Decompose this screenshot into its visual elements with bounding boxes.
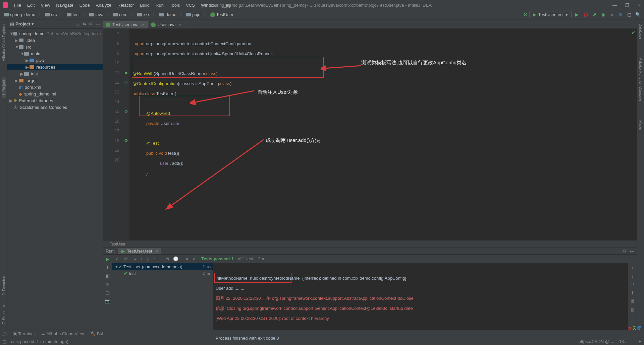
search-everywhere-icon[interactable]: 🔍 bbox=[635, 11, 641, 18]
crumb-testuser[interactable]: TestUser bbox=[209, 12, 235, 17]
rerun-button[interactable]: ▶ bbox=[106, 257, 109, 262]
crumb-src[interactable]: src bbox=[44, 12, 58, 17]
prev-icon[interactable]: ↑ bbox=[153, 256, 155, 261]
soft-wrap-icon[interactable]: ⤶ bbox=[631, 282, 634, 287]
tree-row[interactable]: ⦿Scratches and Consoles bbox=[7, 104, 103, 111]
run-line-marker-icon[interactable]: ⟳ bbox=[123, 77, 129, 87]
settings-gear-icon[interactable]: ⚙ bbox=[622, 249, 626, 254]
run-line-marker-icon[interactable]: ⟳ bbox=[123, 136, 129, 145]
tab-ali-function[interactable]: Alibaba Function Compute bbox=[639, 55, 643, 104]
settings-gear-icon[interactable]: ⚙ bbox=[89, 21, 93, 26]
run-tab[interactable]: ▶ TestUser.test × bbox=[118, 248, 161, 254]
pin-icon[interactable]: ◧ bbox=[106, 273, 110, 278]
tab-terminal[interactable]: ▣ Terminal bbox=[13, 331, 35, 336]
expand-all-icon[interactable]: ↕ bbox=[141, 256, 143, 261]
test-row[interactable]: ✔test2 ms bbox=[112, 270, 213, 277]
stop-button[interactable]: ■ bbox=[106, 282, 109, 287]
menu-code[interactable]: Code bbox=[77, 2, 93, 8]
camera-icon[interactable]: 📷 bbox=[105, 298, 110, 303]
run-line-marker-icon[interactable]: ▶ bbox=[123, 68, 129, 77]
history-icon[interactable]: 🕓 bbox=[173, 256, 178, 261]
stop-button[interactable]: ■ bbox=[608, 11, 615, 18]
menu-refactor[interactable]: Refactor bbox=[115, 2, 137, 8]
scroll-end-icon[interactable]: ⤓ bbox=[631, 290, 634, 295]
export-icon[interactable]: ✉ bbox=[165, 256, 169, 261]
crumb-pojo[interactable]: pojo bbox=[185, 12, 202, 17]
tool-window-quick-access-icon[interactable]: ▢ bbox=[3, 331, 7, 336]
editor-tab[interactable]: User.java× bbox=[148, 21, 185, 28]
menu-tools[interactable]: Tools bbox=[167, 2, 182, 8]
menu-file[interactable]: File bbox=[11, 2, 24, 8]
crumb-java[interactable]: java bbox=[88, 12, 105, 17]
update-button[interactable]: ⟳ bbox=[617, 11, 624, 18]
menu-build[interactable]: Build bbox=[137, 2, 152, 8]
crumb-test[interactable]: test bbox=[65, 12, 81, 17]
profile-button[interactable]: ◉ bbox=[600, 11, 606, 18]
menu-edit[interactable]: Edit bbox=[24, 2, 37, 8]
run-line-marker-icon[interactable]: ⟳ bbox=[123, 107, 129, 116]
hide-icon[interactable]: — bbox=[96, 21, 100, 26]
show-ignored-icon[interactable]: ⊘ bbox=[124, 256, 128, 261]
collapse-all-icon[interactable]: ↨ bbox=[147, 256, 149, 261]
menu-vcs[interactable]: VCS bbox=[183, 2, 198, 8]
test-tree[interactable]: ▼✔TestUser (com.xxx.demo.pojo)2 ms✔test2… bbox=[112, 263, 213, 345]
debug-button[interactable]: 🐞 bbox=[582, 11, 589, 18]
tree-row[interactable]: ▶test bbox=[7, 70, 103, 77]
clear-icon[interactable]: 🗑 bbox=[630, 307, 635, 312]
tree-row[interactable]: ▶target bbox=[7, 77, 103, 84]
test-row[interactable]: ▼✔TestUser (com.xxx.demo.pojo)2 ms bbox=[112, 263, 213, 270]
crumb-demo[interactable]: demo bbox=[158, 12, 178, 17]
scroll-from-source-icon[interactable]: ⊙ bbox=[76, 21, 80, 26]
tree-row[interactable]: ▼main bbox=[7, 50, 103, 57]
build-hammer-icon[interactable]: ⚒ bbox=[523, 12, 527, 17]
down-icon[interactable]: ↓ bbox=[631, 274, 634, 279]
structure-tab[interactable]: 7: Structure bbox=[2, 302, 6, 327]
tab-project[interactable]: 1: Project bbox=[2, 77, 6, 98]
close-tab-icon[interactable]: × bbox=[179, 22, 182, 27]
tab-alibaba-explorer[interactable]: Alibaba Cloud Explorer bbox=[2, 21, 6, 64]
chevron-down-icon[interactable]: ▾ bbox=[32, 21, 34, 26]
layout-button[interactable]: ▢ bbox=[626, 11, 633, 18]
menu-run[interactable]: Run bbox=[153, 2, 166, 8]
editor-breadcrumb[interactable]: TestUser bbox=[103, 240, 637, 248]
run-config-dropdown[interactable]: ▶ TestUser.test ▾ bbox=[529, 11, 572, 18]
crumb-spring-demo[interactable]: spring_demo bbox=[3, 12, 37, 17]
minimize-icon[interactable]: — bbox=[612, 3, 617, 8]
run-button[interactable]: ▶ bbox=[574, 11, 580, 18]
tree-row[interactable]: mpom.xml bbox=[7, 84, 103, 90]
layout-icon[interactable]: ▢ bbox=[106, 290, 110, 295]
crumb-com[interactable]: com bbox=[112, 12, 129, 17]
menu-analyze[interactable]: Analyze bbox=[93, 2, 114, 8]
tab-database[interactable]: Database bbox=[639, 21, 643, 42]
close-icon[interactable]: × bbox=[156, 249, 158, 254]
close-icon[interactable]: ✕ bbox=[638, 3, 641, 8]
inspection-ok-icon[interactable]: ✔ bbox=[632, 30, 635, 35]
favorites-tab[interactable]: 2: Favorites bbox=[2, 273, 6, 298]
next-icon[interactable]: ↓ bbox=[159, 256, 162, 261]
sort-icon[interactable]: ↓≡ bbox=[132, 256, 137, 261]
tree-row[interactable]: ▼spring_demoD:\LearnWebBySelf\spring_d bbox=[7, 30, 103, 37]
collapse-all-icon[interactable]: ⇆ bbox=[83, 21, 86, 26]
up-icon[interactable]: ↑ bbox=[631, 265, 634, 270]
crumb-xxx[interactable]: xxx bbox=[136, 12, 151, 17]
tree-row[interactable]: ▶.idea bbox=[7, 37, 103, 44]
tree-row[interactable]: ▶resources bbox=[7, 64, 103, 70]
menu-view[interactable]: View bbox=[38, 2, 53, 8]
tree-row[interactable]: ▶java bbox=[7, 57, 103, 64]
tab-maven[interactable]: Maven bbox=[639, 118, 643, 134]
project-tree[interactable]: ▼spring_demoD:\LearnWebBySelf\spring_d▶.… bbox=[7, 29, 103, 330]
print-icon[interactable]: 🖶 bbox=[630, 299, 635, 304]
console-output[interactable]: initMethodName=null; destroyMethodName=(… bbox=[213, 263, 628, 345]
tab-alicloud-view[interactable]: ☁ Alibaba Cloud View bbox=[41, 331, 84, 336]
hide-icon[interactable]: — bbox=[630, 249, 634, 254]
coverage-button[interactable]: ⬈ bbox=[591, 11, 598, 18]
maximize-icon[interactable]: ❐ bbox=[625, 3, 629, 8]
toggle-auto-test-icon[interactable]: ⬇ bbox=[106, 265, 109, 270]
tree-row[interactable]: ▶⊪External Libraries bbox=[7, 97, 103, 104]
tree-row[interactable]: ◆spring_demo.iml bbox=[7, 90, 103, 97]
project-pane-title[interactable]: Project bbox=[15, 21, 30, 26]
tree-row[interactable]: ▼src bbox=[7, 44, 103, 50]
show-passed-icon[interactable]: ✔ bbox=[115, 256, 119, 261]
close-tab-icon[interactable]: × bbox=[142, 22, 145, 27]
editor-tab[interactable]: TestUser.java× bbox=[103, 21, 148, 28]
